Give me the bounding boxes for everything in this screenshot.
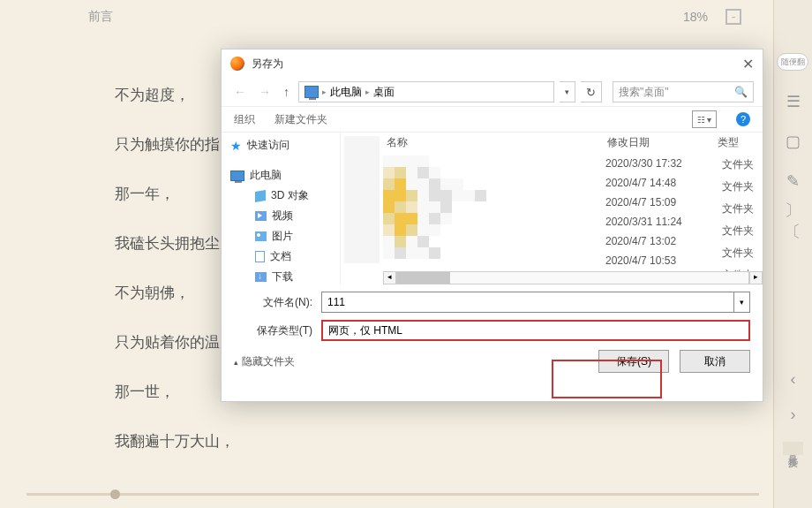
random-flip-button[interactable]: 随便翻 bbox=[777, 53, 808, 71]
star-icon: ★ bbox=[230, 139, 242, 153]
filetype-label: 保存类型(T) bbox=[234, 323, 318, 338]
filename-input[interactable]: 111 ▾ bbox=[321, 292, 750, 313]
hide-folders-toggle[interactable]: ▴隐藏文件夹 bbox=[234, 354, 295, 369]
cancel-button[interactable]: 取消 bbox=[680, 350, 750, 373]
new-folder-button[interactable]: 新建文件夹 bbox=[274, 112, 327, 127]
file-list: 名称 修改日期 类型 2020/3/30 17:32 2020/4/7 14:4… bbox=[341, 133, 763, 284]
computer-icon bbox=[304, 86, 319, 98]
scroll-left-icon[interactable]: ◂ bbox=[383, 271, 396, 284]
file-date: 2020/3/30 17:32 bbox=[605, 157, 682, 170]
breadcrumb-computer[interactable]: 此电脑 bbox=[330, 85, 362, 100]
filetype-select[interactable]: 网页，仅 HTML bbox=[321, 320, 750, 341]
edit-icon[interactable]: ✎ bbox=[785, 172, 802, 190]
file-dates: 2020/3/30 17:32 2020/4/7 14:48 2020/4/7 … bbox=[605, 157, 682, 267]
search-icon: 🔍 bbox=[734, 86, 748, 98]
tree-pictures[interactable]: 图片 bbox=[255, 229, 340, 244]
bookmark-ribbon-icon[interactable]: ▢ bbox=[785, 133, 802, 150]
download-icon bbox=[255, 272, 267, 282]
page-header: 前言 18% - bbox=[0, 0, 812, 34]
slider-thumb[interactable] bbox=[110, 489, 120, 499]
tree-this-pc[interactable]: 此电脑 bbox=[230, 168, 340, 183]
organize-menu[interactable]: 组织 bbox=[234, 112, 255, 127]
save-as-dialog: 另存为 ✕ ← → ↑ ▸ 此电脑 ▸ 桌面 ▾ ↻ 搜索"桌面" 🔍 组织 新… bbox=[221, 49, 763, 402]
poem-line: 那一世， bbox=[115, 368, 235, 417]
tree-documents[interactable]: 文档 bbox=[255, 249, 340, 264]
dialog-titlebar: 另存为 ✕ bbox=[222, 49, 763, 78]
file-date: 2020/4/7 14:48 bbox=[605, 177, 682, 189]
col-type[interactable]: 类型 bbox=[718, 135, 739, 150]
bookmark-icon[interactable]: - bbox=[726, 9, 741, 25]
file-date: 2020/4/7 13:02 bbox=[605, 235, 682, 247]
scroll-track[interactable] bbox=[396, 271, 749, 284]
tree-quick-access[interactable]: ★快速访问 bbox=[230, 138, 340, 153]
up-icon[interactable]: ↑ bbox=[280, 85, 293, 99]
file-types: 文件夹 文件夹 文件夹 文件夹 文件夹 文件夹 bbox=[722, 157, 754, 283]
cube-icon bbox=[255, 189, 266, 201]
highlight-box bbox=[552, 360, 662, 398]
horizontal-scrollbar[interactable]: ◂ ▸ bbox=[383, 271, 763, 284]
computer-icon bbox=[230, 171, 244, 181]
path-dropdown[interactable]: ▾ bbox=[560, 81, 575, 102]
close-icon[interactable]: ✕ bbox=[742, 56, 754, 72]
feedback-button[interactable]: 意见 反馈 bbox=[783, 442, 803, 455]
poem-line: 不为朝佛， bbox=[115, 269, 235, 318]
file-date: 2020/4/7 15:09 bbox=[605, 196, 682, 209]
tree-videos[interactable]: 视频 bbox=[255, 209, 340, 224]
tree-downloads[interactable]: 下载 bbox=[255, 269, 340, 284]
dialog-footer: ▴隐藏文件夹 保存(S) 取消 bbox=[222, 345, 763, 382]
col-name[interactable]: 名称 bbox=[387, 135, 607, 150]
list-icon[interactable]: ☰ bbox=[785, 93, 802, 110]
video-icon bbox=[255, 211, 267, 221]
file-date: 2020/4/7 10:53 bbox=[605, 254, 682, 267]
censored-filenames bbox=[383, 155, 604, 270]
poem-line: 只为贴着你的温 bbox=[115, 318, 235, 368]
column-headers: 名称 修改日期 类型 bbox=[383, 133, 763, 152]
tree-3d-objects[interactable]: 3D 对象 bbox=[255, 188, 340, 203]
file-date: 2020/3/31 11:24 bbox=[605, 216, 682, 228]
view-mode-button[interactable]: ☷ ▾ bbox=[692, 110, 717, 128]
file-type: 文件夹 bbox=[722, 246, 754, 261]
file-type: 文件夹 bbox=[722, 224, 754, 239]
file-type: 文件夹 bbox=[722, 157, 754, 172]
firefox-icon bbox=[230, 57, 244, 71]
breadcrumb-desktop[interactable]: 桌面 bbox=[373, 85, 395, 100]
page-title: 前言 bbox=[88, 9, 683, 25]
back-icon[interactable]: ← bbox=[230, 85, 250, 99]
dialog-body: ★快速访问 此电脑 3D 对象 视频 图片 文档 下载 名称 修改日期 类型 bbox=[222, 133, 763, 284]
search-placeholder: 搜索"桌面" bbox=[619, 85, 729, 100]
dropdown-icon[interactable]: ▾ bbox=[733, 292, 749, 312]
poem-line: 我翻遍十万大山， bbox=[115, 417, 235, 466]
scroll-right-icon[interactable]: ▸ bbox=[749, 271, 763, 284]
poem-content: 不为超度， 只为触摸你的指 那一年， 我磕长头拥抱尘 不为朝佛， 只为贴着你的温… bbox=[115, 71, 235, 466]
poem-line: 只为触摸你的指 bbox=[115, 120, 235, 170]
columns-icon[interactable]: 〕〔 bbox=[785, 212, 802, 230]
chevron-left-icon[interactable]: ‹ bbox=[785, 371, 802, 389]
progress-percent: 18% bbox=[683, 10, 708, 24]
poem-line: 那一年， bbox=[115, 170, 235, 219]
dialog-title: 另存为 bbox=[252, 57, 742, 72]
chevron-right-icon: ▸ bbox=[322, 87, 327, 96]
poem-line: 不为超度， bbox=[115, 71, 235, 120]
scroll-thumb[interactable] bbox=[397, 272, 450, 284]
search-input[interactable]: 搜索"桌面" 🔍 bbox=[613, 81, 754, 102]
right-sidebar: 随便翻 ☰ ▢ ✎ 〕〔 ‹ › 意见 反馈 bbox=[773, 0, 812, 508]
help-icon[interactable]: ? bbox=[736, 112, 750, 126]
dialog-toolbar: 组织 新建文件夹 ☷ ▾ ? bbox=[222, 106, 763, 133]
file-type: 文件夹 bbox=[722, 179, 754, 194]
poem-line: 我磕长头拥抱尘 bbox=[115, 219, 235, 269]
filename-label: 文件名(N): bbox=[234, 295, 318, 310]
folder-tree: ★快速访问 此电脑 3D 对象 视频 图片 文档 下载 bbox=[222, 133, 341, 284]
chevron-right-icon[interactable]: › bbox=[785, 406, 802, 424]
file-type: 文件夹 bbox=[722, 201, 754, 216]
document-icon bbox=[255, 251, 265, 262]
chevron-right-icon: ▸ bbox=[365, 87, 370, 96]
col-date[interactable]: 修改日期 bbox=[607, 135, 718, 150]
picture-icon bbox=[255, 231, 267, 241]
form-fields: 文件名(N): 111 ▾ 保存类型(T) 网页，仅 HTML bbox=[222, 284, 763, 345]
refresh-icon[interactable]: ↻ bbox=[581, 81, 602, 102]
path-breadcrumb[interactable]: ▸ 此电脑 ▸ 桌面 bbox=[298, 81, 554, 102]
forward-icon[interactable]: → bbox=[255, 85, 274, 99]
address-bar: ← → ↑ ▸ 此电脑 ▸ 桌面 ▾ ↻ 搜索"桌面" 🔍 bbox=[222, 78, 763, 106]
progress-slider[interactable] bbox=[26, 493, 759, 496]
filename-row: 文件名(N): 111 ▾ bbox=[234, 292, 750, 313]
